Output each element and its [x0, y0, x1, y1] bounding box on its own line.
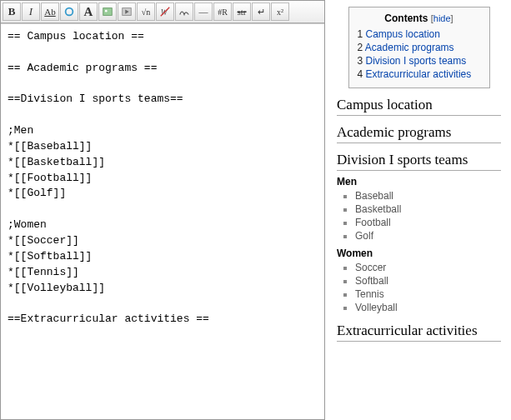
superscript-button[interactable]: x² — [271, 2, 289, 21]
table-of-contents: Contents [hide] 1 Campus location 2 Acad… — [348, 7, 490, 88]
section-heading-campus: Campus location — [337, 97, 501, 116]
nowiki-icon: W — [159, 6, 171, 18]
women-list: Soccer Softball Tennis Volleyball — [337, 261, 501, 314]
toc-header: Contents [hide] — [358, 12, 481, 24]
toc-item: 2 Academic programs — [358, 41, 481, 54]
list-item: Football — [355, 216, 501, 229]
section-heading-sports: Division I sports teams — [337, 152, 501, 171]
list-item: Volleyball — [355, 301, 501, 314]
toc-hide-wrapper: [hide] — [431, 13, 453, 23]
strike-button[interactable]: str — [233, 2, 251, 21]
strike-label: str — [238, 7, 247, 17]
toc-hide-link[interactable]: hide — [433, 13, 451, 23]
editor-pane: B I Ab A √n W — #R str ↵ x² == Campus lo… — [0, 0, 325, 420]
list-item: Basketball — [355, 202, 501, 216]
list-item: Softball — [355, 274, 501, 288]
men-list: Baseball Basketball Football Golf — [337, 189, 501, 242]
toc-link[interactable]: Division I sports teams — [366, 55, 467, 67]
toc-num: 1 — [358, 28, 363, 40]
list-item: Soccer — [355, 261, 501, 274]
image-button[interactable] — [98, 2, 117, 21]
list-item: Golf — [355, 229, 501, 242]
nowiki-button[interactable]: W — [156, 2, 174, 21]
math-button[interactable]: √n — [137, 2, 155, 21]
editor-toolbar: B I Ab A √n W — #R str ↵ x² — [1, 1, 324, 23]
svg-point-2 — [105, 10, 108, 12]
toc-item: 3 Division I sports teams — [358, 54, 481, 68]
underline-button[interactable]: Ab — [41, 2, 59, 21]
image-icon — [102, 6, 113, 18]
preview-pane: Contents [hide] 1 Campus location 2 Acad… — [325, 0, 511, 420]
toc-list: 1 Campus location 2 Academic programs 3 … — [358, 28, 481, 81]
redirect-button[interactable]: #R — [213, 2, 232, 21]
section-heading-academic: Academic programs — [337, 124, 501, 143]
toc-num: 4 — [358, 68, 363, 80]
svg-rect-1 — [103, 8, 113, 16]
signature-icon — [178, 6, 190, 18]
wikitext-editor[interactable]: == Campus location == == Academic progra… — [1, 23, 324, 419]
list-item: Tennis — [355, 288, 501, 301]
toc-link[interactable]: Academic programs — [365, 42, 454, 53]
link-icon — [63, 6, 75, 18]
italic-button[interactable]: I — [22, 2, 40, 21]
toc-item: 1 Campus location — [358, 28, 481, 41]
toc-link[interactable]: Campus location — [366, 28, 440, 40]
heading-button[interactable]: A — [79, 2, 98, 21]
link-button[interactable] — [60, 2, 78, 21]
hr-button[interactable]: — — [194, 2, 213, 21]
toc-title: Contents — [384, 12, 428, 24]
linebreak-button[interactable]: ↵ — [252, 2, 270, 21]
media-icon — [121, 6, 133, 18]
toc-num: 3 — [358, 55, 363, 67]
svg-point-0 — [66, 8, 73, 16]
signature-button[interactable] — [175, 2, 193, 21]
list-item: Baseball — [355, 189, 501, 202]
media-button[interactable] — [118, 2, 136, 21]
bold-button[interactable]: B — [3, 2, 21, 21]
toc-item: 4 Extracurricular activities — [358, 68, 481, 81]
list-heading-women: Women — [337, 248, 501, 259]
toc-link[interactable]: Extracurricular activities — [366, 68, 472, 80]
toc-num: 2 — [358, 42, 363, 53]
section-heading-extracurricular: Extracurricular activities — [337, 322, 501, 342]
list-heading-men: Men — [337, 176, 501, 188]
